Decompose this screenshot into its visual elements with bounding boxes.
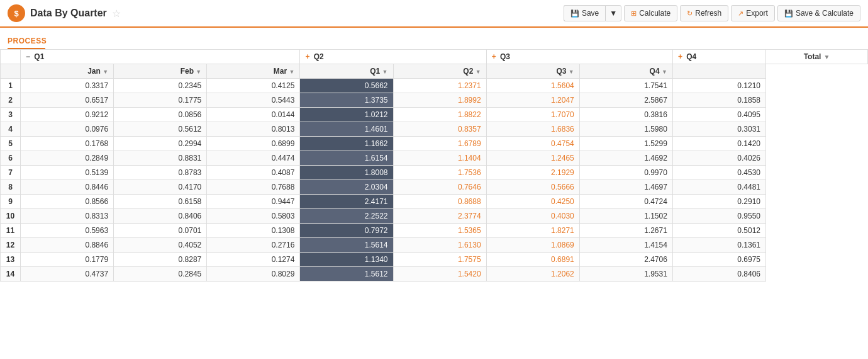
cell-q2: 2.3774 <box>393 209 486 224</box>
col-feb[interactable]: Feb ▼ <box>114 64 207 79</box>
save-dropdown-button[interactable]: ▼ <box>605 5 621 21</box>
row-number: 1 <box>1 79 21 93</box>
cell-jan: 0.5963 <box>21 224 114 238</box>
refresh-icon: ↻ <box>687 9 693 18</box>
save-icon: 💾 <box>570 9 579 18</box>
cell-q1: 1.5612 <box>300 267 393 282</box>
cell-q2: 1.6130 <box>393 238 486 253</box>
refresh-button[interactable]: ↻ Refresh <box>680 5 728 21</box>
cell-q2: 1.5365 <box>393 224 486 238</box>
q1-collapse-icon: − <box>26 52 30 61</box>
cell-q1: 2.0304 <box>300 180 393 195</box>
cell-q1: 1.1662 <box>300 137 393 151</box>
cell-q2: 0.8357 <box>393 122 486 137</box>
cell-total: 0.4530 <box>672 166 765 180</box>
cell-q4: 1.4692 <box>579 151 672 166</box>
cell-total: 0.1361 <box>672 238 765 253</box>
table-row: 50.17680.29940.68991.16621.67890.47541.5… <box>1 137 868 151</box>
q1-group-header[interactable]: − Q1 <box>21 50 300 64</box>
table-row: 80.84460.41700.76882.03040.76460.56661.4… <box>1 180 868 195</box>
total-filter-icon[interactable]: ▼ <box>823 54 830 60</box>
cell-q2: 0.7646 <box>393 180 486 195</box>
cell-q3: 0.4030 <box>486 209 579 224</box>
total-group-header: Total ▼ <box>766 50 868 64</box>
favorite-icon[interactable]: ☆ <box>112 8 121 20</box>
cell-feb: 0.2845 <box>114 267 207 282</box>
cell-total: 0.1858 <box>672 93 765 108</box>
cell-feb: 0.2345 <box>114 79 207 93</box>
cell-total: 0.2910 <box>672 195 765 209</box>
cell-mar: 0.1274 <box>207 253 300 267</box>
cell-mar: 0.2716 <box>207 238 300 253</box>
row-number: 12 <box>1 238 21 253</box>
cell-jan: 0.4737 <box>21 267 114 282</box>
cell-feb: 0.4170 <box>114 180 207 195</box>
cell-q2: 1.8822 <box>393 108 486 122</box>
row-number: 5 <box>1 137 21 151</box>
col-mar[interactable]: Mar ▼ <box>207 64 300 79</box>
app-logo-icon: $ <box>8 4 25 22</box>
row-number: 14 <box>1 267 21 282</box>
cell-feb: 0.6158 <box>114 195 207 209</box>
cell-mar: 0.4125 <box>207 79 300 93</box>
row-number: 9 <box>1 195 21 209</box>
row-number: 13 <box>1 253 21 267</box>
cell-feb: 0.1775 <box>114 93 207 108</box>
cell-q1: 1.8008 <box>300 166 393 180</box>
cell-q1: 1.3735 <box>300 93 393 108</box>
mar-sort-icon: ▼ <box>289 69 294 75</box>
cell-q1: 1.6154 <box>300 151 393 166</box>
cell-jan: 0.2849 <box>21 151 114 166</box>
cell-q1: 1.0212 <box>300 108 393 122</box>
cell-q4: 1.4697 <box>579 180 672 195</box>
col-q2[interactable]: Q2 ▼ <box>393 64 486 79</box>
calculate-icon: ⊞ <box>631 9 637 18</box>
q4-sort-icon: ▼ <box>662 69 667 75</box>
cell-q2: 1.7536 <box>393 166 486 180</box>
calculate-button[interactable]: ⊞ Calculate <box>624 5 677 21</box>
col-q1[interactable]: Q1 ▼ <box>300 64 393 79</box>
q4-group-header[interactable]: + Q4 <box>672 50 765 64</box>
cell-feb: 0.2994 <box>114 137 207 151</box>
q3-expand-icon: + <box>492 52 496 61</box>
cell-q3: 1.2047 <box>486 93 579 108</box>
section-label: PROCESS <box>0 33 868 48</box>
cell-total: 0.5012 <box>672 224 765 238</box>
save-calculate-button[interactable]: 💾 Save & Calculate <box>777 5 860 21</box>
cell-q3: 0.4250 <box>486 195 579 209</box>
col-q3[interactable]: Q3 ▼ <box>486 64 579 79</box>
save-button[interactable]: 💾 Save <box>564 5 605 21</box>
table-row: 60.28490.88310.44741.61541.14041.24651.4… <box>1 151 868 166</box>
export-button[interactable]: ↗ Export <box>731 5 775 21</box>
cell-mar: 0.8013 <box>207 122 300 137</box>
cell-jan: 0.5139 <box>21 166 114 180</box>
cell-q4: 1.5980 <box>579 122 672 137</box>
col-jan[interactable]: Jan ▼ <box>21 64 114 79</box>
cell-q3: 1.7070 <box>486 108 579 122</box>
q2-group-header[interactable]: + Q2 <box>300 50 486 64</box>
table-row: 140.47370.28450.80291.56121.54201.20621.… <box>1 267 868 282</box>
table-row: 10.33170.23450.41250.56621.23711.56041.7… <box>1 79 868 93</box>
q3-group-header[interactable]: + Q3 <box>486 50 672 64</box>
table-row: 20.65170.17750.54431.37351.89921.20472.5… <box>1 93 868 108</box>
cell-total: 0.8406 <box>672 267 765 282</box>
cell-q1: 1.5614 <box>300 238 393 253</box>
cell-mar: 0.5443 <box>207 93 300 108</box>
cell-q4: 0.3816 <box>579 108 672 122</box>
q2-expand-icon: + <box>305 52 309 61</box>
table-row: 130.17790.82870.12741.13401.75750.68912.… <box>1 253 868 267</box>
cell-total: 0.4095 <box>672 108 765 122</box>
feb-sort-icon: ▼ <box>196 69 201 75</box>
cell-total: 0.1210 <box>672 79 765 93</box>
cell-q2: 1.8992 <box>393 93 486 108</box>
cell-feb: 0.8831 <box>114 151 207 166</box>
save-calculate-icon: 💾 <box>784 9 793 18</box>
cell-jan: 0.1768 <box>21 137 114 151</box>
cell-q3: 1.2062 <box>486 267 579 282</box>
cell-feb: 0.0701 <box>114 224 207 238</box>
cell-q4: 1.1502 <box>579 209 672 224</box>
table-row: 30.92120.08560.01441.02121.88221.70700.3… <box>1 108 868 122</box>
cell-q1: 2.4171 <box>300 195 393 209</box>
col-q4[interactable]: Q4 ▼ <box>579 64 672 79</box>
cell-total: 0.1420 <box>672 137 765 151</box>
